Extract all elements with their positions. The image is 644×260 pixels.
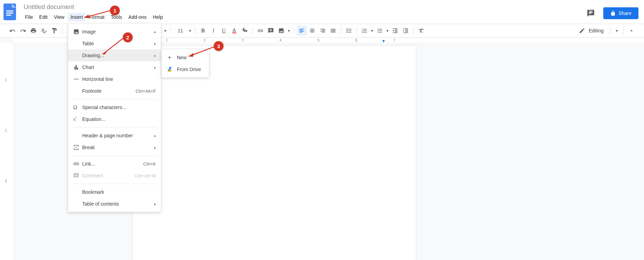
svg-marker-9 (102, 50, 107, 54)
submenu-caret-icon: ▸ (152, 202, 156, 206)
insert-image-button[interactable] (276, 26, 286, 36)
spellcheck-button[interactable] (39, 26, 49, 36)
numbered-list-button[interactable] (360, 26, 369, 36)
insert-image[interactable]: Image▸ (68, 26, 161, 38)
font-size-input[interactable]: 11 (173, 28, 187, 33)
print-button[interactable] (29, 26, 38, 36)
align-center-button[interactable] (307, 26, 317, 36)
menu-help[interactable]: Help (150, 13, 166, 21)
submenu-item-label: From Drive (177, 67, 201, 72)
font-size-dropdown[interactable]: ▼ (188, 29, 192, 33)
comments-button[interactable] (584, 6, 598, 20)
h-ruler-tick: 1 (166, 38, 168, 42)
menu-item-label: Footnote (82, 88, 135, 94)
insert-chart[interactable]: Chart▸ (68, 61, 161, 73)
menu-divider (72, 127, 157, 128)
menu-divider (72, 184, 157, 184)
v-ruler-tick: 3 (5, 179, 7, 183)
share-label: Share (619, 10, 631, 16)
h-ruler-tick: 4 (280, 38, 282, 42)
bold-button[interactable]: B (198, 26, 208, 36)
menu-edit[interactable]: Edit (37, 13, 50, 21)
omega-icon: Ω (73, 104, 82, 110)
hr-icon (73, 76, 82, 82)
clear-formatting-button[interactable] (416, 26, 426, 36)
editing-mode-dropdown[interactable]: ▼ (613, 29, 621, 33)
insert-bookmark[interactable]: Bookmark (68, 186, 161, 198)
vertical-ruler[interactable]: 123 (0, 43, 14, 260)
bulleted-list-button[interactable] (375, 26, 385, 36)
redo-button[interactable] (18, 26, 28, 36)
svg-line-10 (192, 47, 214, 55)
line-spacing-button[interactable] (344, 26, 354, 36)
collapse-toolbar-button[interactable] (627, 26, 636, 36)
menu-view[interactable]: View (51, 13, 67, 21)
svg-line-6 (88, 10, 111, 17)
menu-item-label: Chart (82, 64, 152, 70)
align-justify-button[interactable] (328, 26, 338, 36)
numbered-list-dropdown[interactable]: ▼ (370, 29, 374, 33)
submenu-caret-icon: ▸ (152, 134, 156, 138)
insert-header-page-number[interactable]: Header & page number▸ (68, 130, 161, 142)
share-button[interactable]: Share (603, 7, 638, 19)
submenu-item-label: New (177, 55, 187, 60)
insert-equation[interactable]: π²Equation... (68, 113, 161, 125)
insert-break[interactable]: Break▸ (68, 142, 161, 153)
annotation-arrow-3 (188, 45, 215, 57)
underline-button[interactable]: U (219, 26, 229, 36)
v-ruler-tick: 1 (5, 78, 7, 82)
paint-format-button[interactable] (49, 26, 59, 36)
menu-item-label: Special characters... (82, 105, 156, 110)
menu-item-label: Comment (82, 173, 135, 178)
insert-special-characters[interactable]: ΩSpecial characters... (68, 101, 161, 113)
submenu-caret-icon: ▸ (152, 30, 156, 34)
menu-addons[interactable]: Add-ons (126, 13, 149, 21)
indent-marker-icon[interactable]: ▼ (382, 39, 386, 44)
outdent-button[interactable] (390, 26, 400, 36)
menu-insert[interactable]: Insert (68, 13, 86, 21)
chart-icon (73, 64, 82, 70)
menu-item-label: Break (82, 145, 152, 150)
undo-button[interactable] (8, 26, 17, 36)
italic-button[interactable]: I (209, 26, 218, 36)
annotation-badge-2: 2 (123, 32, 133, 42)
indent-button[interactable] (401, 26, 410, 36)
menu-item-label: Equation... (82, 116, 156, 122)
add-comment-button[interactable] (266, 26, 276, 36)
menu-file[interactable]: File (22, 13, 36, 21)
pencil-icon (579, 28, 585, 34)
lock-icon (610, 10, 616, 16)
insert-footnote[interactable]: FootnoteCtrl+Alt+F (68, 85, 161, 97)
submenu-caret-icon: ▸ (152, 66, 156, 69)
align-left-button[interactable] (297, 26, 307, 36)
insert-link-button[interactable] (256, 26, 265, 36)
menu-item-label: Header & page number (82, 133, 152, 138)
break-icon (73, 144, 82, 151)
document-page[interactable] (132, 45, 416, 260)
pi-icon: π² (73, 116, 82, 122)
drawing-from-drive[interactable]: From Drive (162, 63, 209, 75)
insert-image-dropdown[interactable]: ▼ (287, 29, 291, 33)
svg-rect-5 (74, 79, 79, 79)
highlight-button[interactable] (240, 26, 250, 36)
submenu-caret-icon: ▸ (152, 146, 156, 150)
insert-comment: CommentCtrl+Alt+M (68, 170, 161, 182)
docs-app-icon[interactable] (3, 3, 17, 21)
editing-mode-button[interactable]: Editing (575, 26, 607, 35)
svg-rect-3 (6, 15, 11, 16)
drive-icon (166, 67, 173, 72)
text-color-button[interactable] (229, 26, 239, 36)
insert-table-of-contents[interactable]: Table of contents▸ (68, 198, 161, 210)
insert-link[interactable]: Link...Ctrl+K (68, 158, 161, 170)
insert-horizontal-line[interactable]: Horizontal line (68, 73, 161, 85)
menu-item-label: Bookmark (82, 189, 156, 195)
h-ruler-tick: 5 (317, 38, 320, 42)
styles-dropdown[interactable]: ▼ (163, 29, 167, 33)
menu-item-label: Table of contents (82, 201, 152, 207)
align-right-button[interactable] (318, 26, 328, 36)
annotation-badge-3: 3 (214, 41, 223, 51)
menu-divider (72, 99, 157, 99)
h-ruler-tick: 6 (355, 38, 358, 42)
link-icon (73, 161, 82, 167)
bulleted-list-dropdown[interactable]: ▼ (385, 29, 390, 33)
